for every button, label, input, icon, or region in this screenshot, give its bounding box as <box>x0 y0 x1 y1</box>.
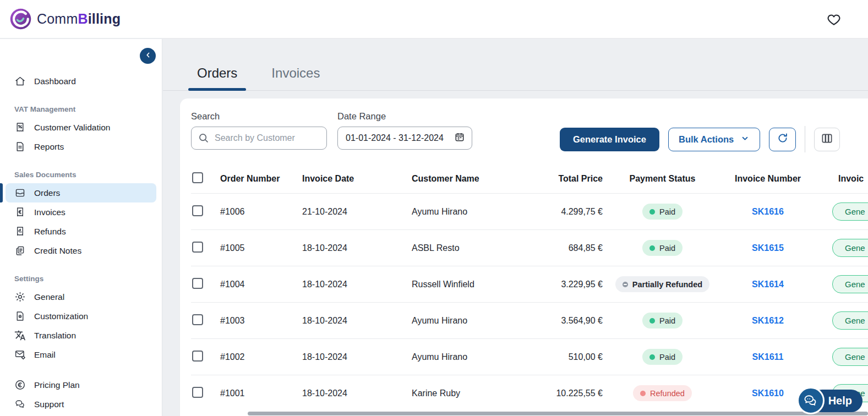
sidebar-item-pricing-plan[interactable]: Pricing Plan <box>6 375 156 395</box>
sidebar-item-label: Customization <box>34 311 88 321</box>
invoice-action-button[interactable]: Gene <box>832 311 868 330</box>
invoice-number-link[interactable]: SK1614 <box>752 280 784 289</box>
generate-invoice-button[interactable]: Generate Invoice <box>560 128 659 151</box>
toolbar-divider <box>805 126 805 152</box>
sidebar-item-label: Dashboard <box>34 76 76 86</box>
table-body: #100621-10-2024Ayumu Hirano4.299,75 €Pai… <box>191 193 868 411</box>
status-dot-icon <box>649 209 655 215</box>
invoice-date-cell: 18-10-2024 <box>302 352 412 362</box>
order-number-cell: #1002 <box>220 352 302 362</box>
sidebar-item-customer-validation[interactable]: Customer Validation <box>6 118 156 137</box>
customer-name-cell: Ayumu Hirano <box>412 316 526 326</box>
column-header: Payment Status <box>604 174 721 184</box>
customer-name-cell: Ayumu Hirano <box>412 352 526 362</box>
calendar-icon <box>454 132 465 145</box>
date-range-input[interactable]: 01-01-2024 - 31-12-2024 <box>337 127 472 150</box>
sidebar-item-label: Translation <box>34 331 76 341</box>
row-checkbox[interactable] <box>192 351 203 362</box>
invoice-number-link[interactable]: SK1616 <box>752 207 784 216</box>
invoice-action-button[interactable]: Gene <box>832 348 868 366</box>
translate-icon <box>14 330 26 341</box>
table-row: #100318-10-2024Ayumu Hirano3.564,90 €Pai… <box>191 302 868 338</box>
date-range-label: Date Range <box>337 111 472 122</box>
select-all-checkbox[interactable] <box>192 172 203 183</box>
column-header: Customer Name <box>412 174 526 184</box>
sidebar-collapse-button[interactable] <box>140 48 156 64</box>
horizontal-scrollbar-thumb[interactable] <box>248 412 868 415</box>
tab-invoices[interactable]: Invoices <box>263 65 329 90</box>
sidebar-item-general[interactable]: General <box>6 287 156 306</box>
column-header: Order Number <box>220 174 302 184</box>
sidebar-item-label: General <box>34 292 64 302</box>
columns-button[interactable] <box>814 128 840 151</box>
chevron-left-icon <box>144 51 152 61</box>
date-range-group: Date Range 01-01-2024 - 31-12-2024 <box>337 111 472 150</box>
invoice-number-link[interactable]: SK1611 <box>752 352 784 362</box>
invoice-date-cell: 18-10-2024 <box>302 280 412 289</box>
sidebar-item-label: Invoices <box>34 207 65 217</box>
help-widget[interactable]: Help <box>797 387 862 414</box>
refresh-icon <box>777 132 789 146</box>
sidebar-item-label: Orders <box>34 188 60 198</box>
status-dot-icon <box>649 245 655 251</box>
receipt-refund-icon <box>14 226 26 237</box>
total-price-cell: 10.225,55 € <box>526 388 604 398</box>
order-number-cell: #1003 <box>220 316 302 326</box>
refresh-button[interactable] <box>769 128 796 151</box>
sidebar-item-invoices[interactable]: Invoices <box>6 202 156 222</box>
order-number-cell: #1006 <box>220 207 302 217</box>
row-checkbox[interactable] <box>192 314 203 325</box>
customer-name-cell: ASBL Resto <box>412 243 526 253</box>
sidebar-group-title: Sales Documents <box>14 170 156 180</box>
customer-name-cell: Karine Ruby <box>412 388 526 398</box>
total-price-cell: 3.564,90 € <box>526 316 604 326</box>
top-bar: CommBilling <box>0 0 868 39</box>
table-header-row: Order NumberInvoice DateCustomer NameTot… <box>191 165 868 193</box>
sidebar-item-credit-notes[interactable]: Credit Notes <box>6 241 156 260</box>
invoice-number-link[interactable]: SK1615 <box>752 243 784 253</box>
sidebar-item-customization[interactable]: Customization <box>6 306 156 326</box>
document-star-icon <box>14 310 26 322</box>
status-dot-icon <box>649 354 655 360</box>
favorite-button[interactable] <box>827 13 841 27</box>
sidebar-item-label: Customer Validation <box>34 123 110 133</box>
invoice-number-link[interactable]: SK1612 <box>752 316 784 325</box>
payment-status-badge: Paid <box>642 313 683 329</box>
payment-status-badge: Paid <box>642 240 683 256</box>
customer-name-cell: Russell Winfield <box>412 280 526 289</box>
sidebar-item-dashboard[interactable]: Dashboard <box>6 72 156 91</box>
invoice-number-link[interactable]: SK1610 <box>752 388 784 398</box>
payment-status-badge: Partially Refunded <box>615 276 709 292</box>
sidebar-group-title: VAT Management <box>14 105 156 114</box>
sidebar-item-refunds[interactable]: Refunds <box>6 222 156 241</box>
invoice-action-button[interactable]: Gene <box>832 275 868 293</box>
status-dot-icon <box>649 318 655 324</box>
sidebar-item-label: Credit Notes <box>34 246 81 256</box>
order-number-cell: #1001 <box>220 388 302 398</box>
row-checkbox[interactable] <box>192 387 203 398</box>
sidebar-item-support[interactable]: Support <box>6 395 156 414</box>
mail-gear-icon <box>14 349 26 360</box>
table-row: #100118-10-2024Karine Ruby10.225,55 €Ref… <box>191 375 868 411</box>
row-checkbox[interactable] <box>192 242 203 253</box>
total-price-cell: 684,85 € <box>526 243 604 253</box>
tab-orders[interactable]: Orders <box>188 65 246 90</box>
search-input[interactable] <box>191 127 327 150</box>
sidebar-item-translation[interactable]: Translation <box>6 326 156 345</box>
invoice-action-button[interactable]: Gene <box>832 202 868 221</box>
sidebar-item-email[interactable]: Email <box>6 345 156 364</box>
search-field-group: Search <box>191 111 327 150</box>
sidebar-item-reports[interactable]: Reports <box>6 137 156 156</box>
column-header: Invoice Number <box>721 174 815 184</box>
gear-icon <box>14 291 26 303</box>
chevron-down-icon <box>740 134 750 145</box>
sidebar-item-orders[interactable]: Orders <box>6 183 156 202</box>
column-header: Total Price <box>526 174 604 184</box>
row-checkbox[interactable] <box>192 278 203 289</box>
app-root: CommBilling DashboardVAT ManagementCusto… <box>0 0 868 416</box>
invoice-action-button[interactable]: Gene <box>832 239 868 257</box>
column-header: Invoic <box>815 174 868 184</box>
row-checkbox[interactable] <box>192 205 203 216</box>
table-row: #100518-10-2024ASBL Resto684,85 €PaidSK1… <box>191 229 868 266</box>
bulk-actions-button[interactable]: Bulk Actions <box>668 128 760 151</box>
